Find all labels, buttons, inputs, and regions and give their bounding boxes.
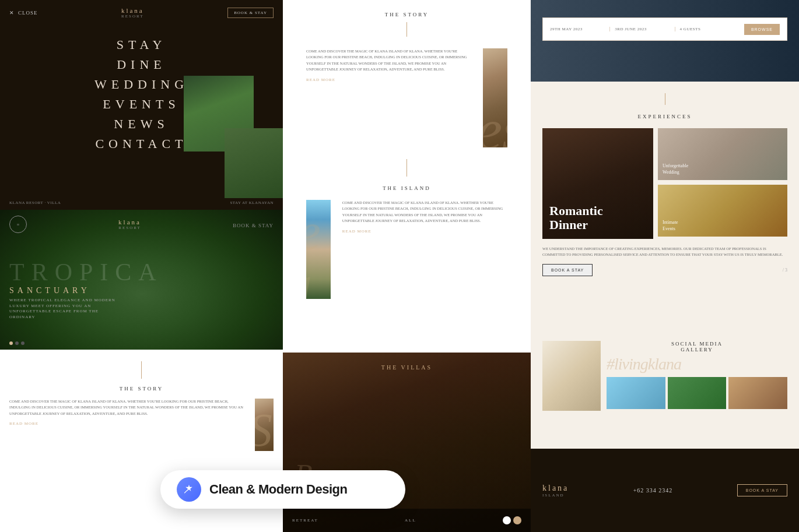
social-panel: SOCIAL MEDIAGALLERY #livingklana [531,332,799,449]
mid-story-body: COME AND DISCOVER THE MAGIC OF KLANA ISL… [306,48,471,73]
mid-read-more[interactable]: READ MORE [306,77,471,82]
booking-browse-button[interactable]: BROWSE [744,24,780,35]
mid-divider [406,159,407,177]
dot-1[interactable] [9,341,13,345]
story-content: COME AND DISCOVER THE MAGIC OF KLANA ISL… [9,399,274,451]
menu-item-events[interactable]: EVENTS [103,97,180,112]
badge-text: Clean & Modern Design [209,482,347,497]
mid-column: THE STORY COME AND DISCOVER THE MAGIC OF… [283,0,531,532]
menu-footer-right: STAY AT KLANAYAN [230,200,274,205]
island-text-block: COME AND DISCOVER THE MAGIC OF KLANA ISL… [342,200,507,299]
menu-item-dine[interactable]: DINE [117,57,166,72]
menu-image-2 [225,128,283,198]
exp-wedding-label: UnforgettableWedding [663,163,688,175]
mid-story-line [406,22,407,37]
exp-events-label: IntimateEvents [663,220,678,232]
story-read-more[interactable]: READ MORE [9,421,248,426]
menu-brand: klana RESORT [121,7,144,19]
hero-big-text: TROPICA [9,258,163,286]
mid-story-image: OStories [483,48,507,147]
badge-pill: Clean & Modern Design [160,470,405,509]
mid-big-letters: OStories [483,48,507,147]
footer-panel: klana ISLAND +62 334 2342 BOOK A STAY [531,449,799,532]
menu-panel: ✕ CLOSE klana RESORT BOOK & STAY STAY DI… [0,0,283,210]
close-button[interactable]: ✕ CLOSE [9,10,38,16]
experiences-description: WE UNDERSTAND THE IMPORTANCE OF CREATING… [542,246,787,258]
villas-bar-all: ALL [405,518,416,523]
footer-brand-block: klana ISLAND [542,484,569,498]
villas-dot-2[interactable] [513,516,521,524]
menu-footer: KLANA RESORT · VILLA STAY AT KLANAYAN [9,200,274,205]
social-hashtag: #livingklana [607,355,787,374]
experiences-grid: Romantic Dinner UnforgettableWedding [542,128,787,239]
date-to-value: 3RD JUNE 2023 [615,27,646,31]
experiences-title: EXPERIENCES [542,114,787,119]
footer-brand-sub: ISLAND [542,493,569,498]
villas-bottom-bar: RETREAT ALL [283,509,531,532]
social-grid [607,377,787,409]
island-image: hela [306,200,331,299]
exp-page-num: / 3 [783,267,787,273]
main-container: ✕ CLOSE klana RESORT BOOK & STAY STAY DI… [0,0,799,532]
menu-header: ✕ CLOSE klana RESORT BOOK & STAY [0,0,283,26]
story-divider-line [141,361,142,379]
guests-value: 4 GUESTS [680,27,701,31]
mid-story-title: THE STORY [306,12,507,17]
island-read-more[interactable]: READ MORE [342,229,507,234]
mid-story-panel: THE STORY COME AND DISCOVER THE MAGIC OF… [283,0,531,353]
left-column: ✕ CLOSE klana RESORT BOOK & STAY STAY DI… [0,0,283,532]
hero-sanctuary: SANCTUARY [9,286,163,295]
experiences-footer: BOOK A STAY / 3 [542,264,787,276]
booking-date-from[interactable]: 29TH MAY 2023 [550,27,610,31]
close-x: ✕ [9,10,15,16]
hero-dots [9,341,24,345]
social-grid-item-2 [668,377,727,409]
hero-brand-center: klana RESORT [118,219,141,230]
hero-nav-right: BOOK & STAY [233,219,274,230]
social-title: SOCIAL MEDIAGALLERY [607,341,787,353]
menu-footer-left: KLANA RESORT · VILLA [9,200,61,205]
brand-sub: RESORT [121,14,144,19]
social-right: SOCIAL MEDIAGALLERY #livingklana [607,341,787,411]
magic-wand-icon [183,484,195,495]
story-title: THE STORY [9,386,274,392]
footer-phone: +62 334 2342 [633,487,673,494]
footer-brand: klana [542,484,569,493]
social-top: SOCIAL MEDIAGALLERY #livingklana [542,341,787,411]
exp-main-label: Romantic Dinner [549,204,603,232]
social-grid-item-3 [728,377,787,409]
villas-dots [503,516,521,524]
booking-bg [531,0,799,82]
menu-item-wedding[interactable]: WEDDING [94,77,188,92]
footer-book-button[interactable]: BOOK A STAY [737,484,787,496]
book-stay-button[interactable]: BOOK & STAY [227,8,274,18]
menu-item-news[interactable]: NEWS [114,117,169,132]
exp-card-wedding: UnforgettableWedding [658,128,787,180]
menu-item-contact[interactable]: CONTACT [95,136,187,152]
book-stay-exp-button[interactable]: BOOK A STAY [542,264,593,276]
mid-story-text-block: COME AND DISCOVER THE MAGIC OF KLANA ISL… [306,48,471,147]
menu-item-stay[interactable]: STAY [117,37,167,52]
dot-2[interactable] [15,341,19,345]
villas-bar-retreat: RETREAT [292,518,318,523]
mid-story-content: COME AND DISCOVER THE MAGIC OF KLANA ISL… [306,48,507,147]
experiences-panel: EXPERIENCES Romantic Dinner Unforgettabl… [531,82,799,332]
experiences-line [665,93,665,105]
hero-brand-sub: RESORT [118,226,141,230]
dot-3[interactable] [21,341,24,345]
villas-dot-1[interactable] [503,516,511,524]
hero-brand: klana [118,219,141,226]
story-body: COME AND DISCOVER THE MAGIC OF KLANA ISL… [9,399,248,417]
hero-subtitle: WHERE TROPICAL ELEGANCE AND MODERN LUXUR… [9,298,126,320]
booking-panel: 29TH MAY 2023 3RD JUNE 2023 4 GUESTS BRO… [531,0,799,82]
booking-date-to[interactable]: 3RD JUNE 2023 [615,27,675,31]
booking-bar: 29TH MAY 2023 3RD JUNE 2023 4 GUESTS BRO… [542,17,787,41]
booking-guests[interactable]: 4 GUESTS [680,27,740,31]
social-grid-item-1 [607,377,665,409]
hero-nav: ≡ klana RESORT BOOK & STAY [0,216,283,233]
date-from-value: 29TH MAY 2023 [550,27,583,31]
exp-card-events: IntimateEvents [658,185,787,237]
island-body: COME AND DISCOVER THE MAGIC OF KLANA ISL… [342,200,507,224]
exp-card-romantic-dinner: Romantic Dinner [542,128,653,239]
right-column: 29TH MAY 2023 3RD JUNE 2023 4 GUESTS BRO… [531,0,799,532]
